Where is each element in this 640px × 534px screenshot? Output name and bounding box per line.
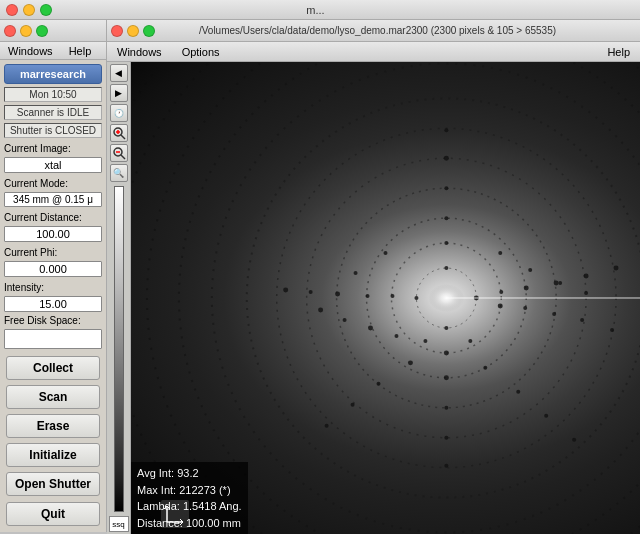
svg-point-51 (309, 290, 313, 294)
svg-point-29 (468, 339, 472, 343)
avg-int-value: 93.2 (177, 467, 198, 479)
tool-prev[interactable]: ◀ (110, 64, 128, 82)
right-window: /Volumes/Users/cla/data/demo/lyso_demo.m… (107, 20, 640, 534)
svg-point-41 (335, 292, 340, 297)
right-content: ◀ ▶ 🕐 (107, 62, 640, 534)
svg-point-47 (528, 268, 532, 272)
axes-icon (161, 500, 189, 528)
svg-point-50 (580, 318, 584, 322)
left-minimize-button[interactable] (20, 25, 32, 37)
quit-button[interactable]: Quit (6, 502, 100, 526)
scan-button[interactable]: Scan (6, 385, 100, 409)
left-title-bar (0, 20, 106, 42)
avg-int-line: Avg Int: 93.2 (137, 465, 242, 482)
right-menu-bar: Windows Options Help (107, 42, 640, 62)
right-title-bar: /Volumes/Users/cla/data/demo/lyso_demo.m… (107, 20, 640, 42)
svg-point-22 (444, 266, 448, 270)
svg-point-25 (390, 294, 394, 298)
right-toolbar: ◀ ▶ 🕐 (107, 62, 131, 534)
time-display: Mon 10:50 (4, 87, 102, 102)
free-disk-field (4, 329, 102, 349)
svg-point-31 (523, 306, 527, 310)
svg-point-58 (354, 271, 358, 275)
svg-point-53 (444, 156, 449, 161)
tool-zoom-out[interactable] (110, 144, 128, 162)
brand-button[interactable]: marresearch (4, 64, 102, 84)
initialize-button[interactable]: Initialize (6, 443, 100, 467)
max-int-label: Max Int: (137, 484, 176, 496)
svg-point-23 (499, 290, 503, 294)
svg-point-48 (384, 251, 388, 255)
right-menu-help[interactable]: Help (603, 45, 634, 59)
left-zoom-button[interactable] (36, 25, 48, 37)
svg-point-54 (351, 403, 355, 407)
svg-point-44 (377, 382, 381, 386)
right-title-text: /Volumes/Users/cla/data/demo/lyso_demo.m… (119, 25, 636, 36)
color-scale-bar (114, 186, 124, 512)
svg-point-59 (614, 266, 619, 271)
svg-point-24 (498, 303, 503, 308)
windows-row: Windows Help marresearch Mon 10:50 Scann… (0, 20, 640, 534)
svg-point-39 (554, 281, 559, 286)
svg-point-67 (584, 291, 588, 295)
tool-clock[interactable]: 🕐 (110, 104, 128, 122)
current-phi-value: 0.000 (4, 261, 102, 277)
svg-point-42 (444, 406, 448, 410)
zoom-out-icon (112, 146, 126, 160)
svg-point-27 (444, 241, 448, 245)
max-int-line: Max Int: 212273 (*) (137, 482, 242, 499)
svg-point-64 (325, 424, 329, 428)
lambda-line: Lambda: 1.5418 Ang. (137, 498, 242, 515)
open-shutter-button[interactable]: Open Shutter (6, 472, 100, 496)
svg-point-36 (483, 366, 487, 370)
outer-title-bar: m... (0, 0, 640, 20)
scale-input[interactable]: ssq (109, 516, 129, 532)
svg-point-28 (423, 339, 427, 343)
distance-line: Distance: 100.00 mm (137, 515, 242, 532)
svg-point-21 (444, 326, 448, 330)
diffraction-image: Avg Int: 93.2 Max Int: 212273 (*) Lambda… (131, 62, 640, 534)
lambda-value: 1.5418 Ang. (183, 500, 242, 512)
right-menu-windows[interactable]: Windows (113, 45, 166, 59)
svg-point-63 (444, 128, 448, 132)
svg-point-49 (584, 274, 589, 279)
erase-button[interactable]: Erase (6, 414, 100, 438)
svg-point-37 (394, 334, 398, 338)
svg-point-45 (516, 390, 520, 394)
current-phi-label: Current Phi: (4, 247, 102, 258)
svg-point-35 (408, 360, 413, 365)
tool-next[interactable]: ▶ (110, 84, 128, 102)
left-close-button[interactable] (4, 25, 16, 37)
svg-point-43 (444, 186, 448, 190)
left-content: marresearch Mon 10:50 Scanner is IDLE Sh… (0, 60, 106, 532)
shutter-status: Shutter is CLOSED (4, 123, 102, 138)
distance-value: 100.00 mm (186, 517, 241, 529)
svg-point-33 (444, 375, 449, 380)
max-int-value: 212273 (*) (179, 484, 230, 496)
collect-button[interactable]: Collect (6, 356, 100, 380)
outer-title-text: m... (0, 4, 634, 16)
svg-point-65 (572, 438, 576, 442)
svg-rect-70 (161, 500, 189, 528)
svg-point-62 (444, 464, 448, 468)
current-image-value: xtal (4, 157, 102, 173)
current-distance-label: Current Distance: (4, 212, 102, 223)
current-distance-value: 100.00 (4, 226, 102, 242)
svg-point-57 (558, 281, 562, 285)
current-mode-label: Current Mode: (4, 178, 102, 189)
info-overlay: Avg Int: 93.2 Max Int: 212273 (*) Lambda… (131, 462, 248, 534)
svg-point-20 (414, 296, 418, 300)
left-menu-windows[interactable]: Windows (4, 44, 57, 58)
left-menu-help[interactable]: Help (65, 44, 96, 58)
svg-point-60 (610, 328, 614, 332)
svg-point-38 (498, 251, 502, 255)
tool-search[interactable]: 🔍 (110, 164, 128, 182)
right-menu-options[interactable]: Options (178, 45, 224, 59)
svg-point-61 (283, 288, 288, 293)
svg-point-40 (552, 312, 556, 316)
avg-int-label: Avg Int: (137, 467, 174, 479)
left-menu-bar: Windows Help (0, 42, 106, 60)
intensity-label: Intensity: (4, 282, 102, 293)
tool-zoom-in[interactable] (110, 124, 128, 142)
svg-point-55 (544, 414, 548, 418)
